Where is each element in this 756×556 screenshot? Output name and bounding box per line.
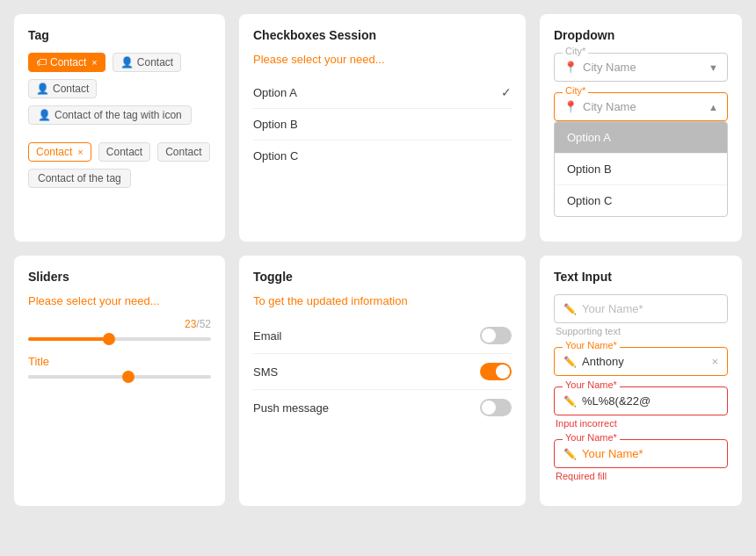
edit-icon-4: ✏️ [563, 448, 577, 460]
dropdown-field-1[interactable]: 📍 City Name ▼ [554, 53, 728, 82]
dropdown-arrow-1: ▼ [709, 62, 718, 73]
tag-contact-2[interactable]: 👤 Contact [28, 79, 97, 98]
tag-contact-3[interactable]: Contact [98, 142, 150, 162]
dropdown-option-c[interactable]: Option C [555, 185, 727, 216]
error-text-4: Required fill [554, 471, 728, 481]
tag-close-outlined[interactable]: × [77, 147, 83, 157]
slider-1-container: 23 /52 [28, 318, 211, 341]
tags-row-1: 🏷 Contact × 👤 Contact 👤 Contact [28, 53, 211, 98]
tag-contact-1[interactable]: 👤 Contact [113, 53, 181, 72]
dropdown-label-2: City* [563, 85, 588, 96]
tags-row-2: Contact × Contact Contact [28, 142, 211, 162]
toggle-push: Push message [253, 390, 512, 425]
toggle-sms-label: SMS [253, 365, 278, 379]
toggle-title: Toggle [253, 270, 512, 284]
toggle-sms: SMS [253, 354, 512, 390]
tag-contact-full-2[interactable]: Contact of the tag [28, 169, 131, 188]
tag-full-icon: 👤 [38, 109, 51, 121]
dropdown-option-b[interactable]: Option B [555, 154, 727, 185]
toggle-email-knob [482, 329, 496, 343]
slider-prompt: Please select your need... [28, 294, 211, 307]
checkbox-option-b[interactable]: Option B [253, 109, 512, 141]
dropdown-inner-1: 📍 City Name [563, 61, 636, 74]
checkbox-section: Checkboxes Session Please select your ne… [239, 14, 526, 242]
input-1-placeholder: Your Name* [582, 302, 643, 315]
input-3-wrapper: Your Name* ✏️ %L%8(&22@ Input incorrect [554, 386, 728, 429]
input-1[interactable]: ✏️ Your Name* [554, 294, 728, 323]
toggle-prompt: To get the updated information [253, 294, 512, 307]
input-1-wrapper: ✏️ Your Name* Supporting text [554, 294, 728, 336]
checkbox-prompt: Please select your need... [253, 53, 512, 66]
slider-1-value-row: 23 /52 [28, 318, 211, 330]
tag-section: Tag 🏷 Contact × 👤 Contact 👤 Contact [14, 14, 225, 242]
tag-title: Tag [28, 28, 211, 42]
dropdown-value-2: City Name [583, 100, 636, 113]
input-4-label: Your Name* [563, 432, 620, 443]
slider-section: Sliders Please select your need... 23 /5… [14, 256, 225, 506]
location-icon-1: 📍 [563, 61, 578, 74]
dropdown-section: Dropdown City* 📍 City Name ▼ City* 📍 [540, 14, 742, 242]
toggle-sms-knob [496, 365, 510, 379]
checkbox-option-a[interactable]: Option A ✓ [253, 76, 512, 109]
dropdown-field-2[interactable]: 📍 City Name ▲ [554, 92, 728, 121]
input-3-value: %L%8(&22@ [582, 394, 651, 408]
slider-1-fill [28, 337, 109, 341]
edit-icon-1: ✏️ [563, 303, 577, 315]
toggle-section: Toggle To get the updated information Em… [239, 256, 526, 506]
dropdown-value-1: City Name [583, 61, 636, 74]
toggle-push-knob [482, 401, 496, 415]
checkbox-option-c[interactable]: Option C [253, 141, 512, 171]
edit-icon-2: ✏️ [563, 356, 577, 368]
dropdown-menu: Option A Option B Option C [554, 121, 728, 217]
slider-1-track[interactable] [28, 337, 211, 341]
dropdown-title: Dropdown [554, 28, 728, 42]
main-container: Tag 🏷 Contact × 👤 Contact 👤 Contact [14, 14, 742, 506]
toggle-push-switch[interactable] [480, 399, 512, 416]
input-2-clear[interactable]: × [711, 355, 718, 368]
slider-2-track[interactable] [28, 375, 211, 379]
checkbox-title: Checkboxes Session [253, 28, 512, 42]
toggle-email-switch[interactable] [480, 327, 512, 344]
dropdown-field-2-wrapper: City* 📍 City Name ▲ Option A Option B Op… [554, 92, 728, 217]
textinput-title: Text Input [554, 270, 728, 284]
tag-contact-full-1[interactable]: 👤 Contact of the tag with icon [28, 105, 192, 125]
dropdown-label-1: City* [563, 46, 588, 56]
input-2-wrapper: Your Name* ✏️ Anthony × [554, 347, 728, 376]
tag-full-row-1: 👤 Contact of the tag with icon [28, 105, 211, 125]
tag-icon-1: 👤 [120, 56, 134, 69]
textinput-section: Text Input ✏️ Your Name* Supporting text… [540, 256, 742, 506]
tag-contact-orange[interactable]: 🏷 Contact × [28, 53, 105, 72]
tag-contact-outlined[interactable]: Contact × [28, 142, 91, 162]
toggle-email: Email [253, 318, 512, 354]
edit-icon-3: ✏️ [563, 395, 577, 408]
input-2[interactable]: ✏️ Anthony × [554, 347, 728, 376]
input-4[interactable]: ✏️ Your Name* [554, 439, 728, 468]
dropdown-option-a[interactable]: Option A [555, 122, 727, 154]
input-3-label: Your Name* [563, 379, 620, 390]
tag-contact-4[interactable]: Contact [157, 142, 209, 162]
slider-1-thumb[interactable] [103, 333, 115, 345]
slider-2-thumb[interactable] [122, 371, 134, 383]
input-4-placeholder: Your Name* [582, 447, 643, 460]
checkmark-a: ✓ [501, 85, 512, 99]
input-2-value: Anthony [582, 355, 624, 368]
tag-full-row-2: Contact of the tag [28, 169, 211, 188]
row-2: Sliders Please select your need... 23 /5… [14, 256, 742, 506]
slider-title: Sliders [28, 270, 211, 284]
tag-icon-orange: 🏷 [36, 56, 47, 69]
row-1: Tag 🏷 Contact × 👤 Contact 👤 Contact [14, 14, 742, 242]
slider-2-fill [28, 375, 128, 379]
checkbox-label-b: Option B [253, 118, 298, 131]
location-icon-2: 📍 [563, 100, 578, 113]
error-text-3: Input incorrect [554, 418, 728, 429]
supporting-text-1: Supporting text [554, 326, 728, 336]
dropdown-arrow-2: ▲ [709, 102, 718, 112]
slider-1-value: 23 [185, 318, 196, 330]
dropdown-field-1-wrapper: City* 📍 City Name ▼ [554, 53, 728, 82]
toggle-sms-switch[interactable] [480, 363, 512, 380]
input-3[interactable]: ✏️ %L%8(&22@ [554, 386, 728, 415]
dropdown-inner-2: 📍 City Name [563, 100, 636, 113]
tag-close-orange[interactable]: × [91, 57, 97, 68]
checkbox-label-c: Option C [253, 149, 298, 162]
input-2-label: Your Name* [563, 340, 620, 350]
